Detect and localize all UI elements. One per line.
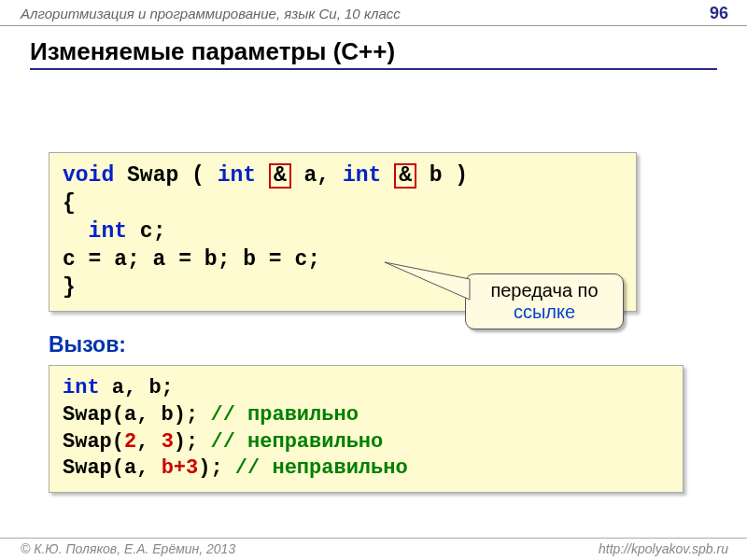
callout2-pointer [381, 259, 474, 305]
call-bad2-a: Swap(a, [63, 456, 162, 480]
call-line-3: Swap(2, 3); // неправильно [63, 429, 669, 456]
comment-bad1: // неправильно [210, 430, 383, 454]
svg-marker-2 [385, 262, 470, 300]
content-area: переменные могут изменяться void Swap ( … [0, 152, 747, 493]
code-block-calls: int a, b; Swap(a, b); // правильно Swap(… [49, 365, 684, 492]
comma: , [136, 430, 161, 454]
call-ok: Swap(a, b); [63, 403, 210, 427]
literal-3: 3 [162, 430, 174, 454]
copyright: © К.Ю. Поляков, Е.А. Ерёмин, 2013 [21, 541, 235, 556]
param-b: b ) [416, 163, 468, 188]
call-bad1-b: ); [174, 430, 211, 454]
call-bad2-b: ); [198, 456, 235, 480]
code-line-3: int c; [63, 218, 623, 246]
vars-decl: a, b; [100, 376, 174, 399]
kw-int-1: int [218, 163, 256, 188]
call-line-4: Swap(a, b+3); // неправильно [63, 455, 669, 483]
ref-amp-1: & [269, 163, 291, 189]
comment-bad2: // неправильно [235, 456, 408, 480]
slide-title: Изменяемые параметры (C++) [30, 37, 717, 70]
fn-name: Swap ( [114, 163, 217, 188]
kw-void: void [63, 163, 114, 188]
callout2-line1: передача по [481, 280, 608, 301]
kw-int-2: int [343, 163, 381, 188]
code-line-1: void Swap ( int & a, int & b ) [63, 162, 623, 190]
footer-url: http://kpolyakov.spb.ru [599, 541, 728, 556]
code-line-2: { [63, 190, 623, 218]
ref-amp-2: & [394, 163, 416, 189]
course-label: Алгоритмизация и программирование, язык … [21, 6, 401, 21]
sp [256, 163, 269, 188]
param-a: a, [291, 163, 343, 188]
call-line-1: int a, b; [63, 375, 669, 402]
literal-2: 2 [124, 430, 136, 454]
code-line-4: c = a; a = b; b = c; [63, 246, 623, 274]
callout-reference: передача по ссылке [465, 273, 624, 329]
page-number: 96 [710, 4, 728, 23]
kw-int-decl: int [63, 376, 100, 399]
call-line-2: Swap(a, b); // правильно [63, 402, 669, 429]
sp2 [381, 163, 394, 188]
call-bad1-a: Swap( [63, 430, 124, 454]
footer: © К.Ю. Поляков, Е.А. Ерёмин, 2013 http:/… [0, 538, 747, 560]
comment-ok: // правильно [210, 403, 358, 427]
kw-int-local: int [89, 219, 127, 244]
call-label: Вызов: [49, 332, 717, 357]
header-bar: Алгоритмизация и программирование, язык … [0, 0, 747, 26]
expr-b3: b+3 [162, 456, 199, 480]
callout2-line2: ссылке [481, 301, 608, 323]
local-decl: c; [127, 219, 165, 244]
